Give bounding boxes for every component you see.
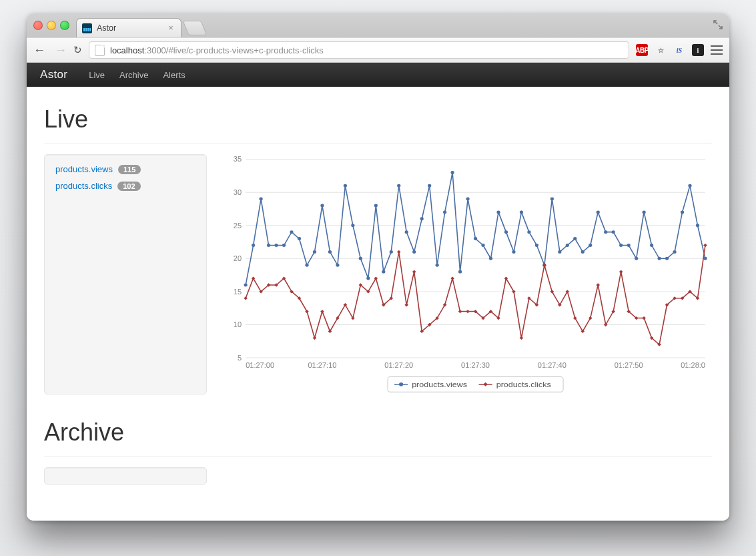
svg-point-59	[535, 244, 538, 247]
live-heading: Live	[44, 105, 712, 133]
svg-text:5: 5	[238, 354, 242, 362]
metric-badge: 115	[118, 165, 141, 174]
archive-sidebar	[44, 467, 207, 485]
fullscreen-icon[interactable]	[713, 20, 723, 29]
svg-point-41	[397, 184, 400, 188]
svg-point-75	[657, 257, 661, 260]
svg-text:01:27:20: 01:27:20	[384, 362, 413, 370]
svg-point-70	[619, 244, 623, 247]
svg-point-33	[336, 264, 339, 267]
svg-point-52	[481, 244, 484, 247]
svg-point-24	[267, 244, 270, 247]
new-tab-button[interactable]	[183, 21, 208, 35]
reload-button[interactable]: ↻	[73, 44, 82, 56]
favicon-icon	[82, 23, 92, 33]
adblock-icon[interactable]	[636, 44, 648, 56]
svg-text:01:27:40: 01:27:40	[538, 362, 566, 370]
back-button[interactable]: ←	[33, 43, 45, 57]
svg-point-28	[298, 237, 301, 240]
svg-text:01:28:0: 01:28:0	[681, 362, 705, 370]
svg-point-29	[305, 264, 308, 267]
address-bar[interactable]: localhost:3000/#live/c-products-views+c-…	[89, 41, 629, 59]
svg-point-80	[696, 224, 699, 227]
svg-point-32	[328, 250, 332, 254]
svg-point-73	[643, 210, 646, 214]
svg-point-40	[390, 250, 393, 254]
svg-point-63	[566, 244, 569, 247]
svg-point-38	[374, 204, 378, 208]
url-host: localhost	[110, 45, 144, 55]
svg-point-47	[443, 210, 446, 214]
browser-window: Astor ← → ↻ localhost:3000/#live/c-produ…	[27, 13, 729, 521]
svg-text:10: 10	[234, 321, 242, 329]
svg-point-55	[504, 230, 508, 234]
svg-point-84	[399, 382, 403, 386]
window-zoom-button[interactable]	[60, 21, 69, 30]
browser-tab-bar: Astor	[27, 13, 729, 37]
metrics-sidebar: products.views 115 products.clicks 102	[44, 154, 207, 394]
svg-point-45	[428, 184, 431, 188]
svg-point-62	[558, 250, 561, 254]
svg-point-26	[282, 244, 286, 247]
metric-link-clicks[interactable]: products.clicks	[55, 181, 112, 191]
metric-link-views[interactable]: products.views	[55, 164, 113, 174]
app-navbar: Astor Live Archive Alerts	[27, 63, 729, 87]
extension-info-icon[interactable]	[692, 44, 704, 56]
app-brand[interactable]: Astor	[40, 68, 67, 81]
svg-point-44	[420, 217, 424, 220]
svg-point-68	[604, 230, 607, 234]
nav-archive[interactable]: Archive	[119, 70, 148, 80]
tab-title: Astor	[97, 23, 116, 33]
window-close-button[interactable]	[33, 21, 43, 30]
svg-text:01:27:00: 01:27:00	[246, 362, 274, 370]
svg-point-50	[466, 198, 469, 201]
svg-point-56	[512, 250, 515, 254]
svg-text:products.clicks: products.clicks	[496, 380, 551, 389]
svg-point-54	[496, 210, 500, 214]
svg-point-27	[290, 230, 293, 234]
svg-point-74	[650, 244, 653, 247]
divider	[44, 143, 712, 144]
browser-tab[interactable]: Astor	[76, 18, 181, 37]
svg-text:01:27:30: 01:27:30	[461, 362, 490, 370]
app-viewport: Astor Live Archive Alerts Live products.…	[27, 63, 729, 521]
extension-is-icon[interactable]	[673, 44, 685, 56]
svg-point-49	[458, 270, 462, 274]
svg-point-58	[527, 230, 530, 234]
forward-button[interactable]: →	[55, 43, 67, 57]
svg-point-79	[688, 184, 691, 188]
svg-point-35	[351, 224, 354, 227]
url-path: :3000/#live/c-products-views+c-products-…	[144, 45, 323, 55]
svg-point-71	[627, 244, 631, 247]
svg-text:01:27:50: 01:27:50	[615, 362, 643, 370]
svg-point-22	[252, 244, 255, 247]
svg-point-37	[366, 277, 370, 280]
svg-point-46	[436, 264, 439, 267]
svg-point-53	[489, 257, 492, 260]
metric-item: products.views 115	[55, 164, 196, 174]
svg-point-69	[612, 230, 615, 234]
svg-point-23	[259, 198, 262, 201]
svg-point-64	[573, 237, 577, 240]
svg-point-39	[382, 270, 385, 274]
nav-alerts[interactable]: Alerts	[163, 70, 185, 80]
nav-live[interactable]: Live	[89, 70, 105, 80]
bookmark-star-icon[interactable]	[655, 44, 667, 56]
svg-point-25	[274, 244, 278, 247]
window-minimize-button[interactable]	[47, 21, 56, 30]
svg-point-72	[635, 257, 638, 260]
browser-menu-button[interactable]	[711, 45, 723, 55]
svg-point-31	[320, 204, 324, 208]
svg-point-36	[359, 257, 362, 260]
svg-text:20: 20	[234, 254, 242, 262]
svg-point-42	[405, 230, 408, 234]
page-icon	[95, 45, 105, 56]
svg-point-48	[450, 171, 454, 174]
svg-point-61	[550, 198, 554, 201]
svg-point-65	[581, 250, 585, 254]
svg-text:products.views: products.views	[412, 380, 467, 389]
tab-close-button[interactable]	[166, 23, 175, 33]
svg-text:01:27:10: 01:27:10	[308, 362, 336, 370]
svg-point-66	[589, 244, 592, 247]
svg-point-78	[681, 210, 684, 214]
